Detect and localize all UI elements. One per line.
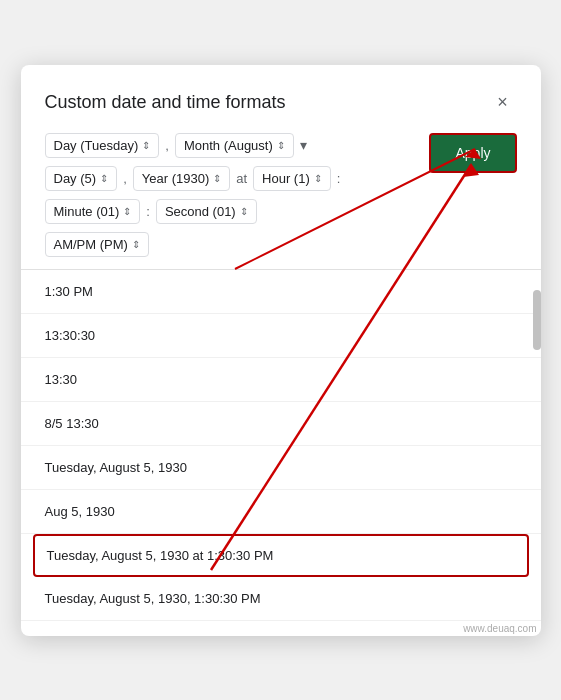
row1-expand-icon: ▾ xyxy=(300,137,307,153)
hour-arrow-icon: ⇕ xyxy=(314,173,322,184)
format-item-1[interactable]: 13:30:30 xyxy=(21,314,541,358)
controls-row-4: AM/PM (PM) ⇕ xyxy=(45,232,505,257)
format-item-3[interactable]: 8/5 13:30 xyxy=(21,402,541,446)
day-name-arrow-icon: ⇕ xyxy=(142,140,150,151)
second-dropdown[interactable]: Second (01) ⇕ xyxy=(156,199,257,224)
format-item-7[interactable]: Tuesday, August 5, 1930, 1:30:30 PM xyxy=(21,577,541,621)
watermark: www.deuaq.com xyxy=(21,621,541,636)
at-label: at xyxy=(236,171,247,186)
second-arrow-icon: ⇕ xyxy=(240,206,248,217)
ampm-dropdown[interactable]: AM/PM (PM) ⇕ xyxy=(45,232,149,257)
close-button[interactable]: × xyxy=(489,89,517,117)
format-item-5[interactable]: Aug 5, 1930 xyxy=(21,490,541,534)
separator-colon-1: : xyxy=(337,171,341,186)
year-arrow-icon: ⇕ xyxy=(213,173,221,184)
month-arrow-icon: ⇕ xyxy=(277,140,285,151)
hour-dropdown[interactable]: Hour (1) ⇕ xyxy=(253,166,331,191)
custom-format-dialog: Custom date and time formats × Day (Tues… xyxy=(21,65,541,636)
format-item-4[interactable]: Tuesday, August 5, 1930 xyxy=(21,446,541,490)
controls-row-3: Minute (01) ⇕ : Second (01) ⇕ xyxy=(45,199,505,224)
day-num-arrow-icon: ⇕ xyxy=(100,173,108,184)
format-item-2[interactable]: 13:30 xyxy=(21,358,541,402)
year-dropdown[interactable]: Year (1930) ⇕ xyxy=(133,166,230,191)
day-num-dropdown[interactable]: Day (5) ⇕ xyxy=(45,166,118,191)
separator-2: , xyxy=(123,171,127,186)
dialog-title: Custom date and time formats xyxy=(45,92,286,113)
format-item-6[interactable]: Tuesday, August 5, 1930 at 1:30:30 PM xyxy=(33,534,529,577)
format-item-0[interactable]: 1:30 PM xyxy=(21,270,541,314)
format-list: 1:30 PM 13:30:30 13:30 8/5 13:30 Tuesday… xyxy=(21,269,541,636)
ampm-arrow-icon: ⇕ xyxy=(132,239,140,250)
apply-button[interactable]: Apply xyxy=(429,133,516,173)
minute-arrow-icon: ⇕ xyxy=(123,206,131,217)
separator-colon-2: : xyxy=(146,204,150,219)
month-dropdown[interactable]: Month (August) ⇕ xyxy=(175,133,294,158)
minute-dropdown[interactable]: Minute (01) ⇕ xyxy=(45,199,141,224)
dialog-header: Custom date and time formats × xyxy=(45,89,517,117)
scrollbar-thumb[interactable] xyxy=(533,290,541,350)
day-name-dropdown[interactable]: Day (Tuesday) ⇕ xyxy=(45,133,160,158)
separator-1: , xyxy=(165,138,169,153)
controls-wrapper: Day (Tuesday) ⇕ , Month (August) ⇕ ▾ Day… xyxy=(45,133,517,257)
